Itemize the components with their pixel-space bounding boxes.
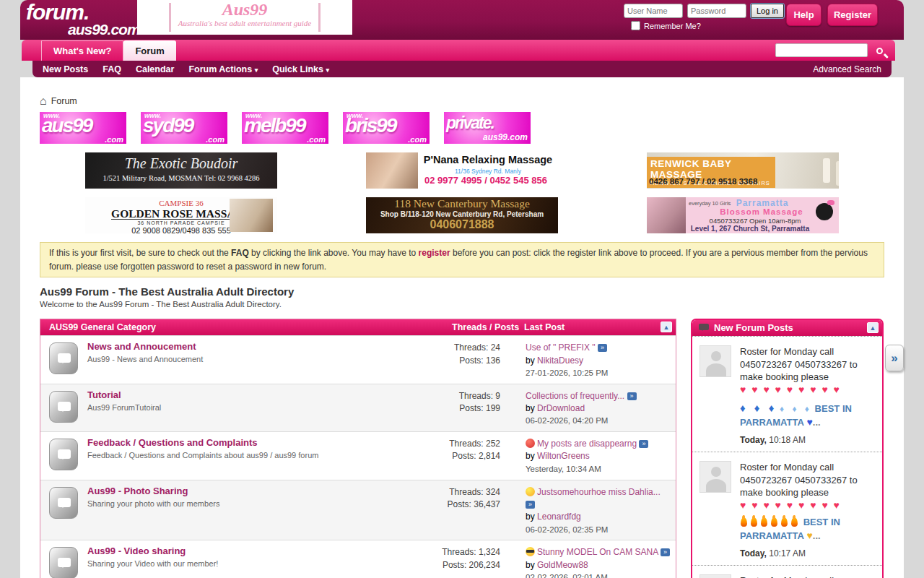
search-input[interactable] [775, 43, 868, 57]
forum-stats: Threads: 1,324Posts: 206,234 [403, 545, 500, 578]
forum-icon [49, 342, 78, 374]
forum-icon [49, 547, 78, 578]
forum-icon [49, 391, 78, 423]
collapse-sidebar-button[interactable]: ▲ [867, 322, 879, 333]
gem-emojis: ♦ ♦ ♦ [740, 402, 777, 414]
last-post-user-link[interactable]: WiltonGreens [537, 451, 590, 461]
last-post-link[interactable]: Collections of frequently... [526, 391, 624, 401]
forum-link[interactable]: Aus99 - Photo Sharing [87, 486, 403, 496]
cool-face-icon [526, 547, 535, 556]
forum-row-video-sharing: Aus99 - Video sharing Sharing your Video… [40, 540, 676, 578]
help-button[interactable]: Help [786, 4, 821, 26]
tab-forum[interactable]: Forum [123, 40, 175, 61]
last-post-user-link[interactable]: DrDownload [537, 403, 585, 413]
sidebar-expand-button[interactable]: » [885, 345, 904, 371]
candle-graphic [823, 158, 830, 183]
register-button[interactable]: Register [827, 4, 878, 26]
last-post-cell: Collections of frequently... » by DrDown… [526, 389, 670, 427]
nav-new-posts[interactable]: New Posts [43, 64, 88, 74]
banner-pole-graphic [169, 3, 171, 32]
blue-heart-icon: ♥ [806, 416, 812, 428]
forum-column: AUS99 General Category Threads / Posts L… [40, 319, 676, 578]
sidebar-post: Roster for Monday call 0450723267 045073… [692, 565, 882, 578]
tab-whats-new[interactable]: What's New? [41, 40, 123, 61]
nav-faq[interactable]: FAQ [103, 64, 121, 74]
username-input[interactable] [624, 4, 683, 18]
breadcrumb-forum[interactable]: Forum [51, 96, 77, 106]
last-post-user-link[interactable]: NikitaDuesy [537, 355, 583, 366]
last-post-user-link[interactable]: GoldMeow88 [537, 560, 588, 570]
ad-renwick-massage[interactable]: RENWICK BABY MASSAGE RENWICK ST LEICHHAR… [647, 152, 839, 189]
goto-last-post-icon[interactable]: » [661, 548, 670, 556]
main-area: AUS99 General Category Threads / Posts L… [40, 319, 884, 578]
last-post-date: 27-01-2026, 10:25 PM [526, 367, 670, 379]
ad-canterbury-massage[interactable]: 118 New Canterbury Massage Shop B/118-12… [366, 197, 558, 233]
password-input[interactable] [687, 4, 746, 18]
banner-melb99[interactable]: www. melb99 .com [242, 112, 328, 144]
tabs: What's New? Forum [41, 40, 176, 61]
ad-exotic-boudoir[interactable]: The Exotic Boudoir 1/521 Military Road, … [85, 152, 277, 189]
chevron-down-icon: ▾ [326, 66, 330, 74]
speech-bubble-icon [58, 498, 71, 507]
post-time: Today, 10:18 AM [740, 434, 876, 446]
candle-graphic [230, 199, 273, 232]
faq-link[interactable]: FAQ [231, 248, 249, 258]
avatar [699, 461, 731, 493]
forum-link[interactable]: Aus99 - Video sharing [87, 545, 403, 556]
sidebar-title: New Forum Posts [714, 322, 793, 333]
home-icon[interactable]: ⌂ [40, 95, 47, 108]
remember-me-checkbox[interactable] [631, 21, 640, 30]
heart-emojis: ♥ ♥ ♥ ♥ ♥ ♥ ♥ ♥ ♥ [740, 384, 876, 396]
speech-bubble-icon [58, 353, 71, 363]
search-button[interactable] [868, 44, 891, 57]
ad-parramatta-blossom-massage[interactable]: everyday 10 Girls Parramatta Blossom Mas… [647, 197, 839, 233]
goto-last-post-icon[interactable]: » [598, 344, 607, 352]
banner-syd99[interactable]: www. syd99 .com [141, 112, 227, 144]
banner-aus99[interactable]: www. aus99 .com [40, 112, 126, 144]
nav-quick-links[interactable]: Quick Links ▾ [272, 64, 329, 74]
last-post-user-link[interactable]: Leonardfdg [537, 512, 581, 522]
last-post-link[interactable]: Justsomehourhoe miss Dahlia... [537, 487, 661, 497]
ad-pnana-massage[interactable]: P'Nana Relaxing Massage 11/36 Sydney Rd.… [366, 152, 558, 189]
goto-last-post-icon[interactable]: » [627, 392, 637, 400]
sub-nav: New Posts FAQ Calendar Forum Actions ▾ Q… [32, 61, 892, 77]
category-header: AUS99 General Category Threads / Posts L… [40, 319, 676, 335]
first-visit-notice: If this is your first visit, be sure to … [40, 242, 884, 277]
last-post-link[interactable]: Use of " PREFIX " [526, 342, 596, 353]
post-text[interactable]: Roster for Monday call 0450723267 045073… [740, 575, 858, 578]
goto-last-post-icon[interactable]: » [526, 501, 535, 509]
banner-bris99[interactable]: www. bris99 .com [343, 112, 430, 144]
heart-emojis: ♥ ♥ ♥ ♥ ♥ ♥ ♥ ♥ ♥ [740, 499, 876, 512]
speech-bubble-icon [58, 558, 71, 567]
goto-last-post-icon[interactable]: » [639, 440, 648, 448]
last-post-link[interactable]: My posts are disappearng [537, 439, 637, 449]
forum-link[interactable]: Tutorial [87, 389, 403, 400]
new-forum-posts-panel: New Forum Posts ▲ Roster for Monday call… [691, 319, 884, 578]
page-title: Aus99 Forum - The Best Australia Adult D… [40, 285, 904, 298]
nav-calendar[interactable]: Calendar [136, 64, 175, 74]
site-logo[interactable]: forum. aus99.com [26, 1, 140, 37]
header-banner-ad[interactable]: Aus99 Australia's best adult entertainme… [137, 0, 352, 35]
last-post-column-header: Last Post [524, 319, 565, 335]
last-post-link[interactable]: Stunny MODEL On CAM SANA [537, 547, 658, 557]
avatar [699, 345, 731, 377]
nav-forum-actions[interactable]: Forum Actions ▾ [188, 64, 258, 74]
post-text[interactable]: Roster for Monday call 0450723267 045073… [740, 462, 858, 498]
speech-bubble-icon [58, 402, 71, 411]
forum-link[interactable]: Feedback / Questions and Complaints [87, 437, 403, 448]
register-link[interactable]: register [419, 248, 450, 258]
remember-me[interactable]: Remember Me? [631, 21, 701, 30]
post-text[interactable]: Roster for Monday call 0450723267 045073… [740, 346, 858, 382]
logo-line1: forum. [26, 1, 140, 23]
forum-link[interactable]: News and Annoucement [87, 341, 403, 352]
advanced-search-link[interactable]: Advanced Search [813, 64, 881, 74]
ad-photo [366, 152, 418, 189]
login-button[interactable]: Log in [751, 4, 784, 18]
last-post-cell: Justsomehourhoe miss Dahlia... » by Leon… [526, 486, 670, 536]
collapse-category-button[interactable]: ▲ [661, 322, 672, 332]
ad-golden-rose-massage[interactable]: CAMPSIE 36 GOLDEN ROSE MASSAGE 36 NORTH … [85, 197, 277, 233]
forum-description: Aus99 ForumTutoiral [87, 403, 403, 412]
breadcrumb: ⌂ Forum [40, 95, 904, 108]
banner-private-aus99[interactable]: private. aus99.com [444, 112, 531, 144]
forum-stats: Threads: 324Posts: 36,437 [403, 486, 500, 536]
